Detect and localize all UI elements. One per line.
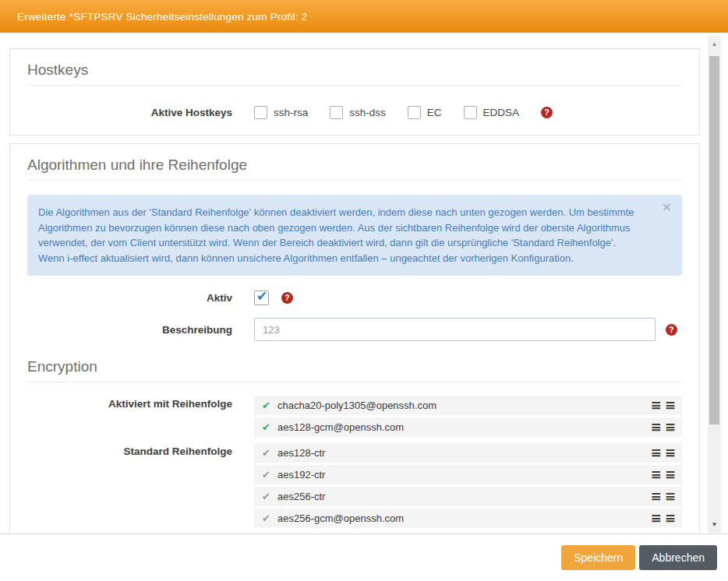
beschreibung-help-icon[interactable]: ? [666, 324, 677, 336]
beschreibung-control: ? [254, 318, 682, 341]
hostkey-option-eddsa: EDDSA [464, 106, 520, 119]
drag-handles: ≡≡ [651, 468, 677, 481]
aktiv-row: Aktiv ? [27, 290, 682, 305]
list-item[interactable]: ✔ aes192-ctr ≡≡ [254, 465, 682, 484]
beschreibung-row: Beschreibung ? [27, 318, 682, 341]
check-icon: ✔ [262, 469, 277, 481]
divider [27, 85, 682, 86]
list-item[interactable]: ✔ aes128-ctr ≡≡ [254, 443, 682, 463]
ec-checkbox[interactable] [408, 106, 421, 119]
algorithm-name: aes192-ctr [277, 469, 325, 481]
active-hostkeys-options: ssh-rsa ssh-dss EC EDDSA ? [254, 106, 682, 119]
hostkeys-panel: Hostkeys Aktive Hostkeys ssh-rsa ssh-dss… [9, 48, 700, 136]
standard-order-label: Standard Reihenfolge [27, 443, 232, 457]
standard-order-list: ✔ aes128-ctr ≡≡ ✔ aes192-ctr ≡≡ ✔ aes256… [254, 443, 682, 528]
drag-handles: ≡≡ [651, 399, 677, 412]
algorithms-panel: Algorithmen und ihre Reihenfolge × Die A… [9, 143, 700, 534]
dialog-footer: Speichern Abbrechen [0, 534, 728, 581]
drag-handles: ≡≡ [651, 490, 677, 503]
drag-handle-icon[interactable]: ≡ [665, 421, 676, 434]
encryption-heading: Encryption [27, 357, 682, 377]
aktiv-checkbox[interactable] [254, 290, 269, 305]
eddsa-label[interactable]: EDDSA [483, 107, 520, 118]
cancel-button[interactable]: Abbrechen [639, 545, 717, 570]
save-button[interactable]: Speichern [561, 545, 635, 570]
scrollbar-thumb[interactable] [709, 56, 719, 424]
list-item[interactable]: ✔ aes256-ctr ≡≡ [254, 487, 682, 506]
drag-handles: ≡≡ [651, 421, 677, 434]
active-hostkeys-label: Aktive Hostkeys [27, 107, 232, 118]
ssh-rsa-checkbox[interactable] [254, 106, 267, 119]
algorithm-name: chacha20-poly1305@openssh.com [277, 400, 436, 411]
dialog-title: Erweiterte *SFTPSRV Sicherheitseinstellu… [17, 11, 307, 23]
drag-handle-icon[interactable]: ≡ [665, 468, 676, 481]
active-order-label: Aktiviert mit Reihenfolge [27, 396, 232, 410]
drag-handle-icon[interactable]: ≡ [651, 421, 662, 434]
drag-handle-icon[interactable]: ≡ [665, 399, 676, 412]
drag-handle-icon[interactable]: ≡ [651, 512, 662, 525]
check-icon: ✔ [262, 421, 277, 433]
drag-handle-icon[interactable]: ≡ [651, 490, 662, 503]
beschreibung-label: Beschreibung [27, 324, 232, 336]
active-hostkeys-row: Aktive Hostkeys ssh-rsa ssh-dss EC EDDSA [27, 106, 682, 119]
list-item[interactable]: ✔ aes128-gcm@openssh.com ≡≡ [254, 417, 682, 437]
aktiv-label: Aktiv [27, 292, 232, 304]
list-item[interactable]: ✔ aes256-gcm@openssh.com ≡≡ [254, 509, 682, 528]
algorithm-name: aes128-ctr [277, 447, 325, 459]
ec-label[interactable]: EC [427, 107, 442, 118]
info-paragraph-1: Die Algorithmen aus der 'Standard Reihen… [38, 205, 651, 251]
ssh-dss-label[interactable]: ssh-dss [349, 107, 386, 118]
info-paragraph-2: Wenn i-effect aktualisiert wird, dann kö… [38, 251, 651, 266]
beschreibung-input[interactable] [254, 318, 656, 341]
algorithms-heading: Algorithmen und ihre Reihenfolge [27, 155, 682, 175]
hostkeys-heading: Hostkeys [27, 60, 682, 80]
hostkeys-help-icon[interactable]: ? [541, 107, 553, 118]
check-icon: ✔ [262, 491, 277, 502]
drag-handles: ≡≡ [651, 446, 677, 460]
algorithm-name: aes256-gcm@openssh.com [277, 512, 404, 524]
aktiv-control: ? [254, 290, 682, 305]
scroll-down-icon[interactable]: ▼ [708, 518, 721, 531]
algorithm-name: aes256-ctr [277, 491, 325, 502]
hostkey-option-ssh-rsa: ssh-rsa [254, 106, 308, 119]
list-item[interactable]: ✔ chacha20-poly1305@openssh.com ≡≡ [254, 396, 682, 415]
algorithm-name: aes128-gcm@openssh.com [277, 421, 404, 433]
check-icon: ✔ [262, 447, 277, 459]
eddsa-checkbox[interactable] [464, 106, 477, 119]
check-icon: ✔ [262, 400, 277, 411]
hostkey-option-ec: EC [408, 106, 442, 119]
algorithms-info-box: × Die Algorithmen aus der 'Standard Reih… [27, 195, 682, 276]
dialog-header: Erweiterte *SFTPSRV Sicherheitseinstellu… [0, 0, 728, 33]
active-order-list: ✔ chacha20-poly1305@openssh.com ≡≡ ✔ aes… [254, 396, 682, 437]
drag-handle-icon[interactable]: ≡ [665, 446, 676, 460]
drag-handles: ≡≡ [651, 512, 677, 525]
drag-handle-icon[interactable]: ≡ [665, 512, 676, 525]
divider [27, 180, 682, 181]
drag-handle-icon[interactable]: ≡ [651, 468, 662, 481]
vertical-scrollbar[interactable]: ▲ ▼ [708, 36, 721, 533]
dialog-body: Hostkeys Aktive Hostkeys ssh-rsa ssh-dss… [0, 33, 728, 534]
close-icon[interactable]: × [662, 201, 672, 213]
drag-handle-icon[interactable]: ≡ [665, 490, 676, 503]
check-icon: ✔ [262, 512, 277, 524]
aktiv-help-icon[interactable]: ? [281, 292, 293, 304]
scroll-up-icon[interactable]: ▲ [708, 37, 721, 51]
standard-order-row: Standard Reihenfolge ✔ aes128-ctr ≡≡ ✔ a… [27, 443, 682, 528]
drag-handle-icon[interactable]: ≡ [651, 399, 662, 412]
active-order-row: Aktiviert mit Reihenfolge ✔ chacha20-pol… [27, 396, 682, 437]
drag-handle-icon[interactable]: ≡ [651, 446, 662, 460]
divider [27, 382, 682, 382]
ssh-dss-checkbox[interactable] [330, 106, 343, 119]
ssh-rsa-label[interactable]: ssh-rsa [274, 107, 308, 118]
hostkey-option-ssh-dss: ssh-dss [330, 106, 386, 119]
